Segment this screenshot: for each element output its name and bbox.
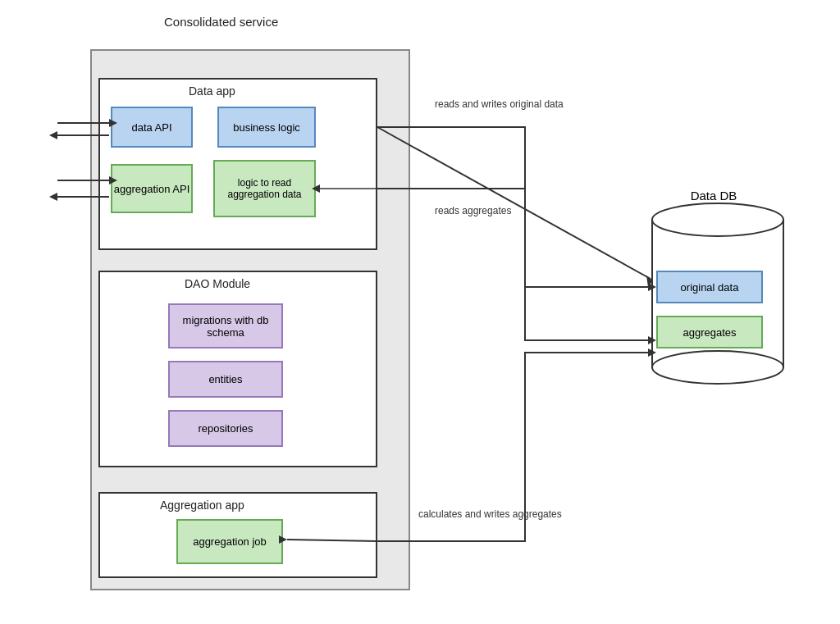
migrations-box: migrations with db schema [168, 303, 283, 348]
entities-label: entities [208, 373, 242, 385]
aggregation-api-box: aggregation API [111, 164, 193, 213]
aggregation-api-label: aggregation API [114, 183, 190, 195]
original-data-label: original data [681, 281, 739, 294]
architecture-diagram: Consolidated service Data app data API b… [0, 0, 840, 624]
aggregation-app-label: Aggregation app [160, 499, 244, 512]
svg-marker-13 [648, 283, 656, 291]
aggregation-job-box: aggregation job [176, 519, 283, 564]
repositories-label: repositories [198, 422, 253, 435]
svg-marker-6 [49, 131, 57, 139]
logic-read-label: logic to read aggregation data [215, 177, 314, 200]
consolidated-service-label: Consolidated service [164, 15, 278, 29]
entities-box: entities [168, 361, 283, 398]
repositories-box: repositories [168, 410, 283, 447]
data-api-box: data API [111, 107, 193, 148]
calculates-writes-label: calculates and writes aggregates [418, 508, 562, 520]
svg-point-1 [652, 203, 783, 236]
svg-line-11 [377, 127, 651, 279]
reads-writes-label: reads and writes original data [435, 98, 564, 110]
svg-marker-10 [49, 193, 57, 201]
aggregates-label: aggregates [682, 326, 736, 339]
business-logic-box: business logic [217, 107, 316, 148]
migrations-label: migrations with db schema [170, 314, 281, 339]
svg-marker-16 [648, 348, 656, 357]
svg-marker-12 [646, 276, 653, 287]
dao-module-label: DAO Module [185, 277, 250, 290]
aggregation-job-label: aggregation job [193, 535, 267, 548]
original-data-box: original data [656, 271, 763, 303]
business-logic-label: business logic [233, 121, 300, 134]
data-app-label: Data app [189, 84, 235, 98]
aggregates-box: aggregates [656, 316, 763, 348]
reads-aggregates-label: reads aggregates [435, 205, 511, 216]
data-api-label: data API [131, 121, 171, 134]
data-db-label: Data DB [648, 189, 779, 203]
logic-read-box: logic to read aggregation data [213, 160, 316, 217]
svg-marker-14 [648, 336, 656, 344]
svg-point-2 [652, 351, 783, 384]
